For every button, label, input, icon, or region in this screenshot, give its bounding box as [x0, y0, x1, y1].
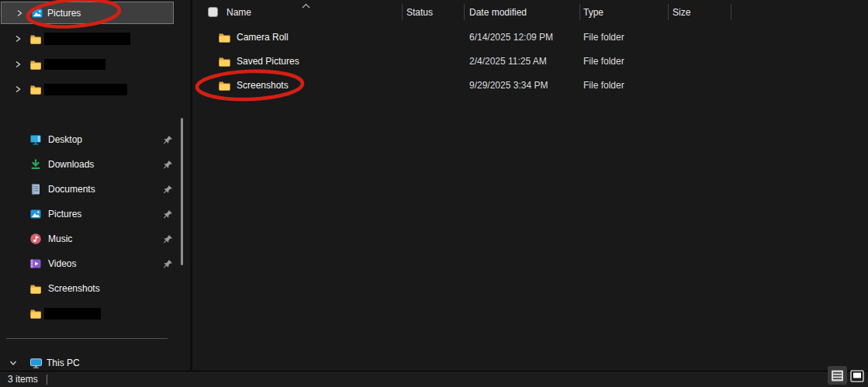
chevron-right-icon[interactable]	[14, 85, 22, 93]
desktop-icon	[29, 133, 42, 146]
chevron-down-icon[interactable]	[9, 359, 17, 367]
sidebar-item-label: Documents	[48, 184, 95, 195]
file-list-pane: Name Status Date modified Type Size Came…	[192, 0, 868, 371]
sidebar-item-label: This PC	[47, 358, 80, 368]
folder-icon	[218, 31, 231, 43]
select-all-checkbox[interactable]	[208, 7, 218, 17]
sidebar-item-redacted[interactable]	[0, 29, 180, 49]
sidebar-item-screenshots[interactable]: Screenshots	[0, 278, 178, 299]
large-thumbnails-view-icon	[850, 370, 864, 382]
pin-icon[interactable]	[163, 209, 173, 222]
file-type: File folder	[583, 80, 624, 91]
pictures-icon	[31, 7, 43, 19]
sidebar-item-label: Desktop	[48, 134, 82, 145]
redaction-box	[44, 33, 130, 45]
folder-icon	[29, 58, 42, 71]
pin-icon[interactable]	[163, 185, 173, 197]
sidebar-scrollbar-thumb[interactable]	[181, 118, 183, 265]
sidebar-item-pictures-tree[interactable]: Pictures	[1, 2, 174, 24]
sidebar-item-documents[interactable]: Documents	[0, 179, 178, 199]
items-count: 3 items	[8, 371, 38, 387]
sidebar-item-redacted[interactable]	[0, 54, 180, 74]
sidebar-item-videos[interactable]: Videos	[0, 254, 178, 274]
column-header-name[interactable]: Name	[227, 7, 251, 18]
sort-ascending-icon[interactable]	[301, 1, 311, 12]
chevron-right-icon[interactable]	[14, 35, 22, 43]
folder-icon	[218, 55, 231, 67]
sidebar-item-label: Screenshots	[48, 283, 100, 294]
column-separator[interactable]	[464, 4, 465, 20]
folder-icon	[29, 83, 42, 95]
pin-icon[interactable]	[163, 135, 173, 147]
file-name: Screenshots	[237, 80, 289, 91]
file-date-modified: 2/4/2025 11:25 AM	[469, 56, 547, 67]
column-header-type[interactable]: Type	[583, 7, 603, 18]
status-bar-separator	[47, 375, 47, 385]
file-type: File folder	[583, 56, 624, 67]
column-separator[interactable]	[402, 4, 403, 20]
sidebar-item-redacted[interactable]	[0, 303, 178, 323]
redaction-box	[44, 59, 105, 70]
folder-icon	[29, 307, 42, 320]
column-separator[interactable]	[668, 4, 669, 20]
column-header-date-modified[interactable]: Date modified	[469, 7, 527, 18]
file-name: Saved Pictures	[237, 56, 299, 67]
column-separator[interactable]	[579, 4, 580, 20]
downloads-icon	[29, 158, 42, 171]
file-row-saved-pictures[interactable]: Saved Pictures 2/4/2025 11:25 AM File fo…	[192, 52, 859, 71]
sidebar-item-redacted[interactable]	[0, 79, 180, 99]
sidebar-item-pictures[interactable]: Pictures	[0, 204, 178, 224]
music-icon	[29, 233, 42, 245]
folder-icon	[29, 33, 42, 45]
videos-icon	[29, 257, 42, 270]
file-row-screenshots[interactable]: Screenshots 9/29/2025 3:34 PM File folde…	[192, 76, 859, 95]
column-separator[interactable]	[731, 4, 731, 20]
file-type: File folder	[583, 32, 624, 43]
sidebar-item-label: Pictures	[47, 8, 81, 19]
sidebar-item-music[interactable]: Music	[0, 229, 178, 249]
redaction-box	[44, 308, 101, 320]
folder-icon	[218, 79, 231, 92]
pin-icon[interactable]	[163, 234, 173, 247]
column-header-status[interactable]: Status	[406, 7, 433, 18]
details-view-button[interactable]	[828, 366, 847, 385]
chevron-right-icon[interactable]	[14, 60, 22, 68]
sidebar-item-label: Music	[48, 233, 72, 244]
redaction-box	[44, 84, 127, 95]
chevron-right-icon[interactable]	[16, 9, 23, 17]
folder-icon	[29, 282, 42, 295]
pictures-icon	[29, 208, 42, 220]
sidebar-item-downloads[interactable]: Downloads	[0, 154, 178, 174]
details-view-icon	[831, 370, 844, 382]
monitor-icon	[29, 357, 43, 369]
file-name: Camera Roll	[237, 32, 289, 43]
status-bar: 3 items	[0, 371, 868, 387]
sidebar-item-label: Downloads	[48, 159, 94, 170]
file-date-modified: 6/14/2025 12:09 PM	[469, 32, 553, 43]
sidebar-item-label: Pictures	[48, 209, 81, 219]
sidebar-section-divider	[6, 338, 168, 339]
sidebar-item-label: Videos	[48, 258, 76, 269]
pin-icon[interactable]	[163, 259, 173, 271]
file-date-modified: 9/29/2025 3:34 PM	[469, 80, 548, 91]
file-row-camera-roll[interactable]: Camera Roll 6/14/2025 12:09 PM File fold…	[192, 28, 859, 47]
column-header-size[interactable]: Size	[673, 7, 690, 18]
file-explorer-window: Pictures	[0, 0, 868, 387]
documents-icon	[29, 183, 42, 195]
pin-icon[interactable]	[163, 160, 173, 172]
navigation-pane: Pictures	[0, 0, 190, 371]
large-thumbnails-view-button[interactable]	[848, 368, 866, 385]
sidebar-item-desktop[interactable]: Desktop	[0, 130, 178, 150]
